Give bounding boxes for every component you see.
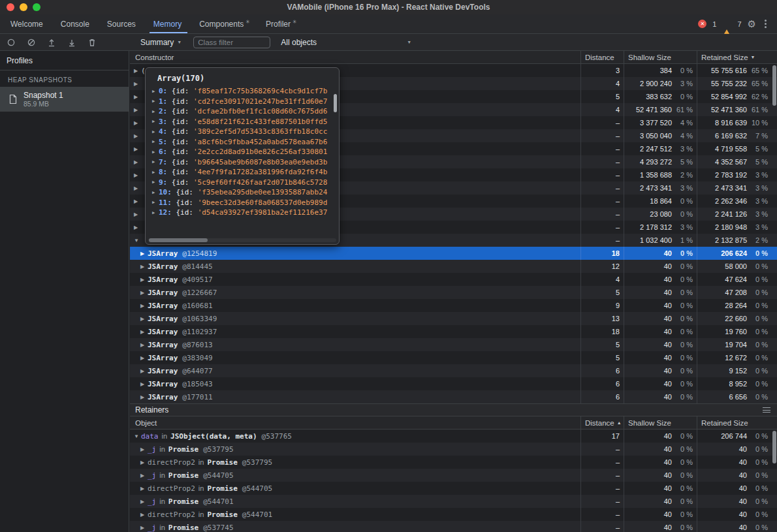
expand-arrow-icon[interactable]: ▶ bbox=[140, 381, 148, 387]
expand-arrow-icon[interactable]: ▶ bbox=[152, 190, 159, 195]
expand-arrow-icon[interactable]: ▶ bbox=[134, 81, 141, 87]
popup-array-entry[interactable]: ▶ 4: {id: '389c2ef5d7d53433c8363ffb18c0c… bbox=[146, 127, 339, 137]
expand-arrow-icon[interactable]: ▶ bbox=[152, 170, 159, 175]
expand-arrow-icon[interactable]: ▶ bbox=[134, 198, 141, 204]
expand-arrow-icon[interactable]: ▶ bbox=[134, 185, 141, 191]
heap-object-row[interactable]: ▶ JSArray @185043 6 400 % 8 9520 % bbox=[130, 377, 777, 390]
expand-arrow-icon[interactable]: ▶ bbox=[152, 89, 159, 94]
devtools-tab[interactable]: Welcome bbox=[3, 14, 53, 33]
clear-profiles-button[interactable] bbox=[25, 37, 37, 48]
expand-arrow-icon[interactable]: ▶ bbox=[140, 394, 148, 400]
expand-arrow-icon[interactable]: ▶ bbox=[152, 149, 159, 155]
heap-object-row[interactable]: ▶ JSArray @1226667 5 400 % 47 2080 % bbox=[130, 286, 777, 299]
retainer-row[interactable]: ▶ directProp2 in Promise @544705 – 400 %… bbox=[130, 482, 777, 495]
popup-array-entry[interactable]: ▶ 6: {id: '2e2cc2d8ad91b0e826c256af33080… bbox=[146, 147, 339, 157]
expand-arrow-icon[interactable]: ▶ bbox=[134, 94, 141, 100]
zoom-window-button[interactable] bbox=[33, 3, 40, 11]
popup-array-entry[interactable]: ▶ 9: {id: '5c9ef60ff426faaf2d071b846c572… bbox=[146, 178, 339, 188]
retainer-row[interactable]: ▶ _j in Promise @537745 – 400 % 400 % bbox=[130, 521, 777, 532]
devtools-tab[interactable]: Console bbox=[53, 14, 99, 33]
devtools-tab[interactable]: Profiler ✳ bbox=[258, 14, 305, 33]
expand-arrow-icon[interactable]: ▶ bbox=[134, 225, 141, 230]
popup-array-entry[interactable]: ▶ 8: {id: '4ee7f9fa17282a381996fda92f6f4… bbox=[146, 167, 339, 178]
popup-array-entry[interactable]: ▶ 7: {id: 'b96645abe9b6087e8b03ea0e9ebd3… bbox=[146, 157, 339, 168]
expand-arrow-icon[interactable]: ▶ bbox=[140, 473, 148, 478]
settings-gear-icon[interactable]: ⚙ bbox=[748, 19, 756, 29]
popup-array-entry[interactable]: ▶ 1: {id: 'cd2fce30917021e247be31ff1d60e… bbox=[146, 97, 339, 107]
expand-arrow-icon[interactable]: ▶ bbox=[140, 290, 148, 296]
column-shallow-size[interactable]: Shallow Size bbox=[624, 416, 697, 429]
column-object[interactable]: Object bbox=[130, 419, 580, 427]
column-distance[interactable]: Distance▲ bbox=[580, 416, 624, 429]
popup-vertical-scrollbar-thumb[interactable] bbox=[334, 94, 337, 112]
devtools-tab[interactable]: Components ✳ bbox=[191, 14, 258, 33]
error-icon[interactable] bbox=[698, 20, 706, 28]
column-constructor[interactable]: Constructor bbox=[130, 54, 580, 61]
expand-arrow-icon[interactable]: ▶ bbox=[134, 68, 141, 74]
class-filter-input[interactable] bbox=[193, 37, 270, 48]
expand-arrow-icon[interactable]: ▶ bbox=[140, 342, 148, 348]
popup-array-entry[interactable]: ▶ 10: {id: 'f35ebea295dbe0ee13935887abb2… bbox=[146, 187, 339, 198]
expand-arrow-icon[interactable]: ▶ bbox=[140, 251, 148, 257]
expand-arrow-icon[interactable]: ▶ bbox=[140, 316, 148, 322]
heap-object-row[interactable]: ▶ JSArray @876013 5 400 % 19 7040 % bbox=[130, 338, 777, 351]
popup-array-entry[interactable]: ▶ 12: {id: 'd54ca93927ef3981ba2ef11216e3… bbox=[146, 208, 339, 218]
delete-profile-button[interactable] bbox=[86, 37, 98, 48]
expand-arrow-icon[interactable]: ▶ bbox=[140, 512, 148, 518]
popup-array-entry[interactable]: ▶ 3: {id: 'e58d8f21f621c433fe887501b0ffd… bbox=[146, 117, 339, 127]
retainer-row[interactable]: ▼ data in JSObject(data, meta) @537765 1… bbox=[130, 430, 777, 443]
object-filter-select[interactable]: All objects ▼ bbox=[281, 38, 411, 47]
heap-object-row[interactable]: ▶ JSArray @644077 6 400 % 9 1520 % bbox=[130, 364, 777, 377]
expand-arrow-icon[interactable]: ▶ bbox=[152, 180, 159, 185]
heap-object-row[interactable]: ▶ JSArray @814445 12 400 % 58 0000 % bbox=[130, 260, 777, 273]
expand-arrow-icon[interactable]: ▶ bbox=[152, 139, 159, 144]
devtools-tab[interactable]: Sources bbox=[99, 14, 146, 33]
expand-arrow-icon[interactable]: ▶ bbox=[152, 200, 159, 205]
save-profile-button[interactable] bbox=[66, 37, 78, 48]
expand-arrow-icon[interactable]: ▶ bbox=[134, 146, 141, 152]
warning-icon[interactable] bbox=[722, 20, 731, 28]
retainer-row[interactable]: ▶ directProp2 in Promise @544701 – 400 %… bbox=[130, 508, 777, 521]
heap-object-row[interactable]: ▶ JSArray @1254819 18 400 % 206 6240 % bbox=[130, 247, 777, 260]
expand-arrow-icon[interactable]: ▶ bbox=[134, 133, 141, 139]
expand-arrow-icon[interactable]: ▶ bbox=[140, 525, 148, 531]
expand-arrow-icon[interactable]: ▶ bbox=[134, 172, 141, 178]
perspective-select[interactable]: Summary ▼ bbox=[140, 38, 182, 47]
expand-arrow-icon[interactable]: ▶ bbox=[140, 368, 148, 374]
more-options-icon[interactable] bbox=[765, 23, 767, 25]
expand-arrow-icon[interactable]: ▼ bbox=[134, 238, 141, 243]
column-shallow-size[interactable]: Shallow Size bbox=[624, 51, 697, 63]
heap-object-row[interactable]: ▶ JSArray @1063349 13 400 % 22 6600 % bbox=[130, 312, 777, 325]
popup-array-entry[interactable]: ▶ 11: {id: '9beec32d3e60f8a068537d0eb989… bbox=[146, 198, 339, 208]
take-snapshot-button[interactable] bbox=[5, 37, 17, 48]
expand-arrow-icon[interactable]: ▶ bbox=[140, 460, 148, 465]
column-retained-size[interactable]: Retained Size▼ bbox=[697, 51, 772, 63]
expand-arrow-icon[interactable]: ▶ bbox=[152, 119, 159, 124]
retainer-row[interactable]: ▶ _j in Promise @544701 – 400 % 400 % bbox=[130, 495, 777, 508]
expand-arrow-icon[interactable]: ▼ bbox=[134, 433, 141, 439]
expand-arrow-icon[interactable]: ▶ bbox=[152, 210, 159, 215]
retainers-vertical-scrollbar-thumb[interactable] bbox=[772, 431, 776, 463]
expand-arrow-icon[interactable]: ▶ bbox=[134, 159, 141, 165]
expand-arrow-icon[interactable]: ▶ bbox=[140, 486, 148, 492]
expand-arrow-icon[interactable]: ▶ bbox=[134, 120, 141, 126]
column-distance[interactable]: Distance bbox=[580, 51, 624, 63]
heap-object-row[interactable]: ▶ JSArray @160681 9 400 % 28 2640 % bbox=[130, 299, 777, 312]
heap-object-row[interactable]: ▶ JSArray @383049 5 400 % 12 6720 % bbox=[130, 351, 777, 364]
close-window-button[interactable] bbox=[7, 3, 14, 11]
retainer-row[interactable]: ▶ directProp2 in Promise @537795 – 400 %… bbox=[130, 456, 777, 469]
popup-horizontal-scrollbar-thumb[interactable] bbox=[149, 238, 208, 242]
retainer-row[interactable]: ▶ _j in Promise @544705 – 400 % 400 % bbox=[130, 469, 777, 482]
expand-arrow-icon[interactable]: ▶ bbox=[152, 159, 159, 164]
popup-array-entry[interactable]: ▶ 5: {id: 'a8cf6bc9fbba452a0abd578eaa67b… bbox=[146, 137, 339, 148]
expand-arrow-icon[interactable]: ▶ bbox=[140, 277, 148, 283]
devtools-tab[interactable]: Memory bbox=[146, 14, 191, 33]
expand-arrow-icon[interactable]: ▶ bbox=[140, 329, 148, 335]
snapshot-item[interactable]: Snapshot 1 85.9 MB bbox=[0, 87, 129, 112]
heap-object-row[interactable]: ▶ JSArray @409517 4 400 % 47 6240 % bbox=[130, 273, 777, 286]
load-profile-button[interactable] bbox=[46, 37, 57, 48]
minimize-window-button[interactable] bbox=[20, 3, 27, 11]
expand-arrow-icon[interactable]: ▶ bbox=[140, 446, 148, 452]
expand-arrow-icon[interactable]: ▶ bbox=[152, 99, 159, 104]
expand-arrow-icon[interactable]: ▶ bbox=[140, 499, 148, 505]
